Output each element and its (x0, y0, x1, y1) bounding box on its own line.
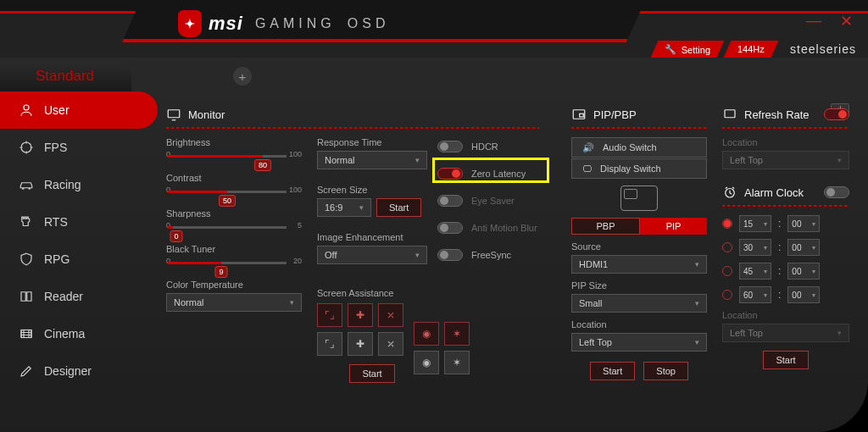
alarm-radio[interactable] (722, 290, 732, 300)
assist-dot-3[interactable]: ◉ (414, 351, 439, 374)
monitor-icon (166, 107, 181, 122)
section-alarm: Alarm Clock (722, 185, 849, 200)
slider-max: 5 (298, 221, 302, 230)
alarm-min-select[interactable]: 00▾ (787, 215, 820, 232)
alarm-min-select[interactable]: 00▾ (787, 239, 820, 256)
assist-crosshair-3[interactable]: ⤫ (378, 303, 403, 327)
msi-shield-icon: ✦ (178, 10, 202, 37)
screensize-select[interactable]: 16:9▾ (317, 198, 371, 217)
chevron-down-icon: ▾ (695, 338, 699, 346)
response-select[interactable]: Normal▾ (317, 151, 427, 169)
close-button[interactable]: ✕ (840, 12, 853, 30)
brand-gaming: GAMING (255, 16, 336, 31)
svg-point-1 (21, 142, 31, 152)
profile-tabs: Standard + (0, 61, 252, 91)
pipsize-select[interactable]: Small▾ (571, 294, 707, 313)
tab-standard[interactable]: Standard (0, 61, 131, 91)
pen-icon (19, 363, 34, 379)
alarm-radio[interactable] (722, 219, 732, 229)
alarm-toggle[interactable] (824, 186, 849, 198)
alarm-min-select[interactable]: 00▾ (787, 286, 820, 303)
select-value: 00 (792, 243, 801, 252)
alarm-hour-select[interactable]: 45▾ (739, 263, 771, 280)
assist-crosshair-1[interactable]: ⌜⌟ (317, 303, 342, 327)
assist-crosshair-6[interactable]: ⤫ (378, 332, 403, 356)
colortemp-select[interactable]: Normal▾ (166, 293, 302, 312)
pip-start-button[interactable]: Start (590, 362, 635, 380)
sidebar-item-fps[interactable]: FPS (0, 129, 151, 166)
antimotion-toggle[interactable] (437, 222, 463, 234)
sidebar-item-cinema[interactable]: Cinema (0, 315, 151, 352)
refresh-toggle[interactable] (824, 108, 849, 120)
refresh-loc-label: Location (722, 137, 849, 147)
seg-pip[interactable]: PIP (640, 218, 707, 235)
display-label: Display Switch (600, 163, 661, 174)
audio-switch-button[interactable]: 🔊Audio Switch (571, 137, 707, 158)
source-select[interactable]: HDMI1▾ (571, 255, 707, 274)
pip-icon (571, 107, 587, 122)
section-monitor: Monitor (166, 107, 302, 122)
sidebar-item-label: FPS (44, 141, 67, 154)
brightness-slider[interactable]: 0 100 80 (166, 151, 302, 166)
assist-crosshair-2[interactable]: ✚ (348, 303, 373, 327)
sidebar-item-rpg[interactable]: RPG (0, 241, 151, 278)
audio-label: Audio Switch (603, 142, 657, 152)
zerolat-row: Zero Latency (437, 163, 556, 185)
alarm-loc-select[interactable]: Left Top▾ (722, 324, 849, 342)
select-value: 60 (743, 291, 753, 300)
alarm-row-3: 45▾ : 00▾ (722, 263, 849, 280)
screensize-start-button[interactable]: Start (376, 198, 421, 217)
sidebar-item-designer[interactable]: Designer (0, 352, 151, 390)
hdcr-toggle[interactable] (437, 141, 463, 152)
enhance-select[interactable]: Off▾ (317, 246, 427, 264)
assist-crosshair-5[interactable]: ✚ (348, 332, 373, 356)
setting-button[interactable]: 🔧 Setting (651, 41, 725, 58)
display-switch-button[interactable]: 🖵Display Switch (571, 158, 707, 179)
assist-start-button[interactable]: Start (349, 364, 394, 383)
eyesaver-toggle[interactable] (437, 195, 463, 207)
freesync-toggle[interactable] (437, 249, 463, 261)
select-value: 00 (792, 267, 801, 276)
seg-pbp[interactable]: PBP (571, 218, 640, 235)
refresh-loc-select[interactable]: Left Top▾ (722, 151, 849, 169)
alarm-hour-select[interactable]: 15▾ (739, 215, 771, 232)
main-panel: Monitor Brightness 0 100 80 Contrast 0 1… (166, 107, 856, 424)
sidebar-item-reader[interactable]: Reader (0, 278, 151, 315)
sidebar-item-user[interactable]: User (0, 91, 158, 129)
zerolat-toggle[interactable] (437, 168, 463, 180)
alarm-hour-select[interactable]: 60▾ (739, 286, 771, 303)
slider-max: 20 (293, 257, 302, 265)
alarm-radio[interactable] (722, 266, 732, 276)
sidebar-item-label: RPG (44, 252, 70, 266)
contrast-slider[interactable]: 0 100 50 (166, 186, 302, 202)
sidebar-item-racing[interactable]: Racing (0, 166, 151, 203)
pbp-pip-segment[interactable]: PBP PIP (571, 218, 707, 235)
alarm-radio[interactable] (722, 242, 732, 252)
assist-crosshair-4[interactable]: ⌜⌟ (317, 332, 342, 356)
pip-stop-button[interactable]: Stop (643, 362, 688, 380)
brand-msi: msi (209, 13, 243, 35)
crosshair-icon (19, 140, 34, 155)
add-profile-button[interactable]: + (233, 67, 252, 86)
alarm-start-button[interactable]: Start (763, 351, 808, 369)
select-value: HDMI1 (579, 259, 608, 269)
hdcr-row: HDCR (437, 136, 556, 158)
slider-value: 80 (254, 159, 271, 171)
blacktuner-slider[interactable]: 0 20 9 (166, 258, 302, 273)
minimize-button[interactable]: — (806, 12, 821, 30)
assist-grid-right: ◉ ✶ ◉ ✶ (414, 322, 505, 374)
select-value: 00 (792, 291, 801, 300)
assist-dot-1[interactable]: ◉ (414, 322, 439, 346)
assist-dot-4[interactable]: ✶ (444, 351, 470, 374)
refresh-pill[interactable]: 144Hz (724, 41, 779, 58)
piploc-select[interactable]: Left Top▾ (571, 333, 707, 352)
sharpness-slider[interactable]: 0 5 0 (166, 222, 302, 237)
clock-icon (722, 185, 737, 200)
alarm-hour-select[interactable]: 30▾ (739, 239, 771, 256)
assist-dot-2[interactable]: ✶ (444, 322, 470, 346)
slider-value: 9 (214, 266, 227, 278)
alarm-min-select[interactable]: 00▾ (787, 263, 820, 280)
select-value: Left Top (730, 328, 763, 338)
source-label: Source (571, 241, 707, 252)
sidebar-item-rts[interactable]: RTS (0, 203, 151, 241)
